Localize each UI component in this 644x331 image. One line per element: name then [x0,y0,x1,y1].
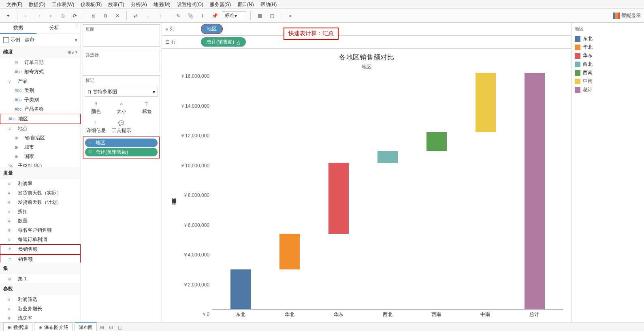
measure-field[interactable]: #利润率 [0,179,81,188]
dimension-field[interactable]: Abc类别 [0,86,81,95]
measure-field[interactable]: #每笔订单利润 [0,235,81,244]
fit-select[interactable]: 标准 ▾ [222,11,246,20]
legend-item[interactable]: 东北 [575,34,641,43]
pin-icon[interactable]: 📌 [210,11,220,21]
share-icon[interactable]: ∝ [285,11,295,21]
measure-field[interactable]: #销售额 [0,254,81,262]
tableau-logo-icon[interactable]: ✦ [3,11,13,21]
measure-field[interactable]: #每名客户销售额 [0,226,81,235]
measure-field[interactable]: #发货前天数（实际） [0,188,81,198]
menu-item[interactable]: 服务器(S) [207,0,234,9]
pages-card[interactable]: 页面 [83,24,160,47]
legend-item[interactable]: 总计 [575,85,641,94]
menu-item[interactable]: 故事(T) [105,0,127,9]
sheet-tab-2[interactable]: 瀑布图 [75,322,97,331]
menu-item[interactable]: 设置格式(O) [174,0,207,9]
table-calc-icon: △ [237,39,240,45]
marks-type-select[interactable]: ⊓ 甘特条形图 ▾ [85,87,158,97]
mark-cell-标签[interactable]: T标签 [134,98,160,117]
new-dashboard-tab-icon[interactable]: ⊡ [107,324,115,331]
tab-menu-icon[interactable]: ◦ [73,23,81,34]
bar[interactable] [278,73,301,309]
duplicate-icon[interactable]: ⧉ [100,11,110,21]
mark-pill[interactable]: ⠿总计(负销售额) [85,148,158,156]
rows-shelf[interactable]: ☰行 总计(销售额) △ [162,36,571,49]
show-cards-icon[interactable]: ▦ [255,11,264,21]
smart-show-button[interactable]: 智能显示 [613,12,641,19]
menu-item[interactable]: 帮助(H) [257,0,280,9]
swap-icon[interactable]: ⇄ [131,11,141,21]
dimension-field[interactable]: ⊟订单日期 [0,58,81,67]
measure-field[interactable]: #折扣 [0,207,81,216]
dimension-field[interactable]: ∨地点 [0,124,81,133]
menu-item[interactable]: 文件(F) [3,0,26,9]
sheet-tab-1[interactable]: ⊞ 瀑布图介绍 [34,322,73,331]
legend-item[interactable]: 中南 [575,77,641,85]
sort-asc-icon[interactable]: ↓ [143,11,153,21]
mark-cell-详细信息[interactable]: ⠇详细信息 [83,117,109,137]
abc-icon: Abc [15,98,22,102]
measure-field[interactable]: #发货前天数（计划） [0,198,81,207]
plot-area[interactable] [212,73,563,310]
columns-shelf[interactable]: ≡列 地区 [162,23,571,36]
legend-item[interactable]: 华东 [575,51,641,60]
save-icon[interactable]: ▫ [46,11,55,21]
measure-field[interactable]: #负销售额 [0,244,81,254]
forward-icon[interactable]: → [34,11,43,21]
clear-icon[interactable]: ✕ [113,11,122,21]
refresh-icon[interactable]: ⟳ [70,11,80,21]
mark-cell-icon: ⠿ [92,101,100,107]
back-icon[interactable]: ← [21,11,31,21]
menu-item[interactable]: 窗口(N) [234,0,257,9]
filters-card[interactable]: 筛选器 [83,50,160,72]
new-story-tab-icon[interactable]: ◫ [116,324,124,331]
dimension-field[interactable]: ⊕省/自治区 [0,133,81,143]
dimension-field[interactable]: ⊕城市 [0,143,81,152]
dimension-field[interactable]: Abc地区 [0,114,81,124]
mark-pill[interactable]: ⠿地区 [85,139,158,147]
group-icon[interactable]: 📎 [186,11,195,21]
dimension-field[interactable]: Abc邮寄方式 [0,67,81,77]
highlight-icon[interactable]: ✎ [173,11,183,21]
measure-field[interactable]: #数量 [0,216,81,226]
tab-data[interactable]: 数据 [0,23,36,34]
bar[interactable] [229,73,252,309]
legend-item[interactable]: 华北 [575,43,641,51]
bar[interactable] [376,73,399,309]
mark-cell-工具提示[interactable]: 💬工具提示 [109,117,134,137]
dimension-field[interactable]: Abc产品名称 [0,105,81,114]
new-datasource-icon[interactable]: ⎙ [58,11,68,21]
menu-item[interactable]: 数据(D) [26,0,49,9]
menu-item[interactable]: 地图(M) [150,0,174,9]
rows-pill[interactable]: 总计(销售额) △ [201,37,246,47]
dimension-field[interactable]: Abc子类别 [0,95,81,105]
legend-item[interactable]: 西北 [575,60,641,68]
menu-item[interactable]: 分析(A) [128,0,150,9]
legend-item[interactable]: 西南 [575,68,641,77]
sort-desc-icon[interactable]: ↑ [155,11,165,21]
bar[interactable] [425,73,448,309]
new-sheet-tab-icon[interactable]: ⊞ [98,324,106,331]
param-field[interactable]: #新业务增长 [0,304,81,314]
bar[interactable] [327,73,350,309]
columns-pill[interactable]: 地区 [201,24,223,34]
tab-analysis[interactable]: 分析 [36,23,73,34]
param-field[interactable]: #流失率 [0,314,81,322]
bar[interactable] [474,73,497,309]
param-field[interactable]: #利润筛选 [0,295,81,304]
mark-cell-大小[interactable]: ○大小 [109,98,134,117]
geo-icon: ⊕ [15,145,22,149]
dimension-field[interactable]: 📎子类别 (组) [0,161,81,167]
datasource-tab[interactable]: ⊞ 数据源 [3,322,32,331]
datasource-selector[interactable]: 示例 - 超市 ▾ [0,34,81,46]
set-field[interactable]: ⊘集 1 [0,274,81,283]
presentation-icon[interactable]: ▢ [267,11,277,21]
mark-cell-颜色[interactable]: ⠿颜色 [83,98,109,117]
new-sheet-icon[interactable]: ⎘ [88,11,98,21]
menu-item[interactable]: 仪表板(B) [77,0,105,9]
dimension-field[interactable]: ∨产品 [0,77,81,86]
text-icon[interactable]: T [198,11,207,21]
bar[interactable] [523,73,546,309]
dimension-field[interactable]: ⊕国家 [0,152,81,161]
menu-item[interactable]: 工作表(W) [49,0,77,9]
